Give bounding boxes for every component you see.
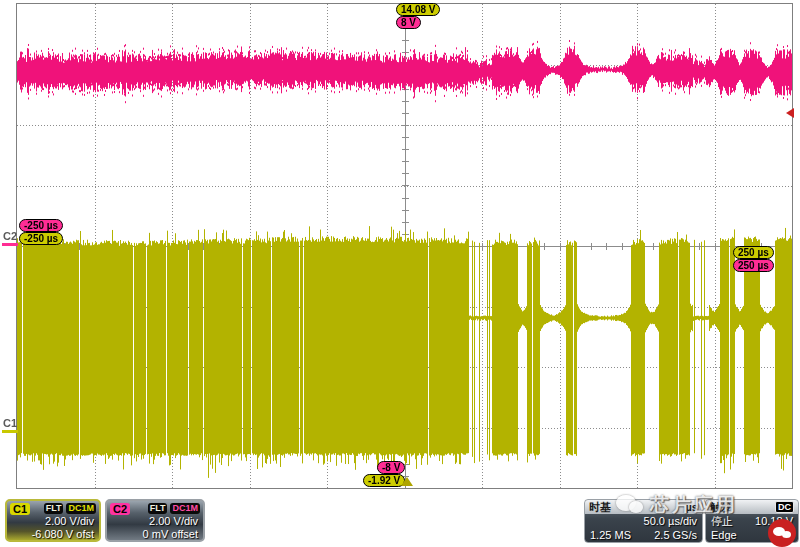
channel2-tab[interactable]: C2: [110, 503, 130, 515]
channel1-info-box[interactable]: C1 FLT DC1M 2.00 V/div -6.080 V ofst: [5, 499, 101, 542]
cursor-level-badge-c1-top[interactable]: 14.08 V: [396, 3, 440, 16]
cursor-time-badge-c1-left[interactable]: -250 µs: [19, 232, 63, 245]
trigger-slope: 或: [782, 528, 793, 542]
trigger-status: 停止: [711, 514, 733, 528]
timebase-delay: µs: [686, 500, 698, 514]
cursor-level-badge-c2-top[interactable]: 8 V: [396, 16, 421, 29]
channel1-tab[interactable]: C1: [10, 503, 30, 515]
timebase-sample-rate: 2.5 GS/s: [654, 528, 697, 542]
cursor-level-badge-c1-bottom[interactable]: -1.92 V: [363, 474, 405, 487]
oscilloscope-screen: 14.08 V 8 V -8 V -1.92 V -250 µs -250 µs…: [0, 0, 800, 547]
channel2-ground-marker[interactable]: C2: [2, 230, 18, 246]
trigger-box[interactable]: 触发 DC 停止 10.18 V Edge 或: [705, 499, 799, 543]
trigger-title: 触发: [710, 500, 732, 514]
channel1-offset: -6.080 V ofst: [7, 528, 99, 541]
channel2-offset: 0 mV offset: [107, 528, 203, 541]
waveform-plot-area: [16, 3, 793, 489]
channel1-scale: 2.00 V/div: [7, 515, 99, 528]
cursor-level-badge-c2-bottom[interactable]: -8 V: [377, 461, 405, 474]
timebase-samples: 1.25 MS: [590, 528, 631, 542]
trigger-coupling-badge: DC: [775, 501, 794, 513]
channel2-coupling-badge: DC1M: [170, 503, 200, 514]
cursor-time-badge-c2-left[interactable]: -250 µs: [19, 219, 63, 232]
timebase-scale: 50.0 µs/div: [585, 514, 702, 528]
timebase-box[interactable]: 时基 µs 50.0 µs/div 1.25 MS 2.5 GS/s: [584, 499, 703, 543]
channel2-scale: 2.00 V/div: [107, 515, 203, 528]
channel2-filter-badge: FLT: [148, 503, 168, 514]
waveform-canvas: [17, 4, 792, 488]
trigger-level: 10.18 V: [755, 514, 793, 528]
cursor-time-badge-c2-right[interactable]: 250 µs: [733, 259, 774, 272]
trigger-type: Edge: [711, 528, 737, 542]
cursor-time-badge-c1-right[interactable]: 250 µs: [733, 246, 774, 259]
trigger-time-marker[interactable]: [401, 477, 413, 486]
channel1-filter-badge: FLT: [44, 503, 64, 514]
channel1-ground-marker[interactable]: C1: [2, 417, 18, 433]
timebase-title: 时基: [589, 500, 611, 514]
trigger-level-marker[interactable]: [786, 108, 794, 118]
channel2-info-box[interactable]: C2 FLT DC1M 2.00 V/div 0 mV offset: [105, 499, 205, 542]
channel1-coupling-badge: DC1M: [66, 503, 96, 514]
